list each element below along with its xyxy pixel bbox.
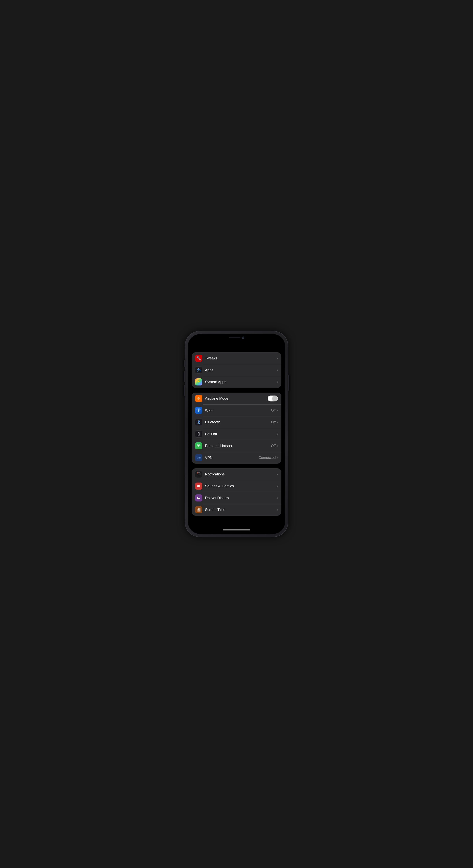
bluetooth-chevron: › bbox=[277, 421, 278, 424]
home-bar bbox=[223, 529, 250, 530]
personal-hotspot-row[interactable]: Personal Hotspot Off › bbox=[192, 440, 281, 452]
bluetooth-label: Bluetooth bbox=[205, 420, 271, 424]
tweaks-label: Tweaks bbox=[205, 356, 277, 361]
airplane-mode-toggle[interactable] bbox=[268, 396, 278, 401]
svg-rect-20 bbox=[199, 508, 200, 512]
airplane-mode-label: Airplane Mode bbox=[205, 396, 266, 401]
vpn-row[interactable]: VPN VPN Connected › bbox=[192, 452, 281, 464]
tweaks-row[interactable]: 🔧 Tweaks › bbox=[192, 352, 281, 364]
dnd-icon bbox=[195, 494, 202, 501]
hotspot-value: Off bbox=[271, 444, 276, 448]
toggle-knob bbox=[272, 396, 277, 401]
svg-marker-17 bbox=[197, 485, 199, 488]
screen-time-chevron: › bbox=[277, 508, 278, 512]
volume-up-button[interactable] bbox=[184, 371, 185, 382]
vpn-chevron: › bbox=[277, 456, 278, 460]
speaker bbox=[229, 337, 240, 338]
settings-content: 🔧 Tweaks › Apps › bbox=[188, 348, 285, 534]
wifi-row[interactable]: Wi-Fi Off › bbox=[192, 404, 281, 416]
notifications-icon bbox=[195, 471, 202, 478]
tweaks-chevron: › bbox=[277, 356, 278, 360]
silent-button[interactable] bbox=[184, 360, 185, 367]
notch bbox=[217, 334, 256, 341]
cellular-chevron: › bbox=[277, 432, 278, 436]
sounds-haptics-row[interactable]: Sounds & Haptics › bbox=[192, 480, 281, 492]
apps-chevron: › bbox=[277, 368, 278, 372]
sounds-label: Sounds & Haptics bbox=[205, 484, 277, 488]
apps-row[interactable]: Apps › bbox=[192, 364, 281, 376]
system-apps-icon bbox=[195, 378, 202, 385]
dnd-chevron: › bbox=[277, 496, 278, 500]
sounds-icon bbox=[195, 483, 202, 490]
bluetooth-icon bbox=[195, 418, 202, 426]
notifications-group: Notifications › Sounds & Haptics bbox=[192, 468, 281, 516]
notifications-row[interactable]: Notifications › bbox=[192, 468, 281, 480]
screen-time-row[interactable]: Screen Time › bbox=[192, 504, 281, 516]
front-camera bbox=[242, 337, 244, 339]
vpn-icon: VPN bbox=[195, 454, 202, 461]
home-indicator[interactable] bbox=[192, 526, 281, 534]
notifications-chevron: › bbox=[277, 472, 278, 476]
sounds-chevron: › bbox=[277, 484, 278, 488]
notch-area bbox=[188, 334, 285, 348]
network-group: ✈ Airplane Mode bbox=[192, 393, 281, 464]
cellular-label: Cellular bbox=[205, 432, 277, 436]
tweaks-icon: 🔧 bbox=[195, 355, 202, 362]
airplane-icon: ✈ bbox=[195, 395, 202, 402]
screen-time-icon bbox=[195, 506, 202, 513]
phone-frame: 🔧 Tweaks › Apps › bbox=[185, 332, 288, 536]
bluetooth-row[interactable]: Bluetooth Off › bbox=[192, 416, 281, 428]
volume-down-button[interactable] bbox=[184, 385, 185, 396]
power-button[interactable] bbox=[288, 375, 289, 391]
svg-rect-21 bbox=[200, 508, 201, 512]
wifi-chevron: › bbox=[277, 408, 278, 412]
dnd-label: Do Not Disturb bbox=[205, 496, 277, 500]
bluetooth-value: Off bbox=[271, 420, 276, 424]
system-apps-label: System Apps bbox=[205, 380, 277, 384]
notifications-label: Notifications bbox=[205, 472, 277, 476]
cellular-icon bbox=[195, 430, 202, 438]
wifi-icon bbox=[195, 407, 202, 414]
tweaks-group: 🔧 Tweaks › Apps › bbox=[192, 352, 281, 388]
svg-point-11 bbox=[198, 434, 199, 434]
screen-time-label: Screen Time bbox=[205, 507, 277, 512]
cellular-row[interactable]: Cellular › bbox=[192, 428, 281, 440]
apps-label: Apps bbox=[205, 368, 277, 372]
do-not-disturb-row[interactable]: Do Not Disturb › bbox=[192, 492, 281, 504]
svg-point-13 bbox=[198, 445, 199, 446]
hotspot-icon bbox=[195, 442, 202, 450]
phone-screen: 🔧 Tweaks › Apps › bbox=[188, 334, 285, 534]
svg-point-8 bbox=[199, 411, 199, 412]
hotspot-label: Personal Hotspot bbox=[205, 444, 271, 448]
screen-border: 🔧 Tweaks › Apps › bbox=[188, 334, 285, 534]
wifi-value: Off bbox=[271, 408, 276, 412]
vpn-label: VPN bbox=[205, 456, 259, 460]
airplane-mode-row[interactable]: ✈ Airplane Mode bbox=[192, 393, 281, 404]
svg-rect-19 bbox=[198, 508, 199, 512]
wifi-label: Wi-Fi bbox=[205, 408, 271, 412]
vpn-value: Connected bbox=[259, 456, 276, 460]
system-apps-row[interactable]: System Apps › bbox=[192, 376, 281, 388]
apps-icon bbox=[195, 367, 202, 374]
svg-rect-18 bbox=[197, 509, 198, 512]
system-apps-chevron: › bbox=[277, 380, 278, 384]
hotspot-chevron: › bbox=[277, 444, 278, 447]
